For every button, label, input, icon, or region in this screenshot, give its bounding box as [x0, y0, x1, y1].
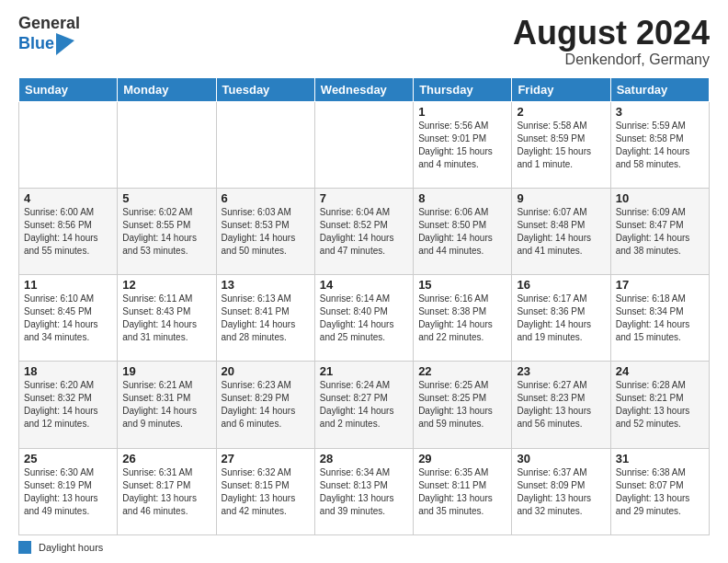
- page: General Blue August 2024 Denkendorf, Ger…: [0, 0, 728, 563]
- day-number: 18: [24, 364, 112, 378]
- day-info: Sunrise: 6:07 AM Sunset: 8:48 PM Dayligh…: [517, 206, 605, 258]
- calendar-cell: 24Sunrise: 6:28 AM Sunset: 8:21 PM Dayli…: [610, 362, 709, 448]
- calendar-cell: [118, 101, 216, 188]
- header-thursday: Thursday: [414, 77, 512, 101]
- day-number: 27: [222, 452, 310, 465]
- day-number: 10: [616, 191, 704, 205]
- week-row-2: 11Sunrise: 6:10 AM Sunset: 8:45 PM Dayli…: [19, 275, 710, 362]
- day-info: Sunrise: 5:59 AM Sunset: 8:58 PM Dayligh…: [616, 120, 704, 171]
- day-info: Sunrise: 6:03 AM Sunset: 8:53 PM Dayligh…: [222, 206, 310, 258]
- day-number: 29: [418, 452, 506, 465]
- header-row: SundayMondayTuesdayWednesdayThursdayFrid…: [19, 77, 710, 101]
- calendar-cell: [314, 101, 413, 188]
- day-number: 4: [24, 191, 112, 205]
- day-number: 11: [24, 278, 112, 292]
- logo-icon: [56, 33, 74, 55]
- header-monday: Monday: [118, 77, 216, 101]
- calendar-cell: 2Sunrise: 5:58 AM Sunset: 8:59 PM Daylig…: [512, 101, 610, 188]
- header: General Blue August 2024 Denkendorf, Ger…: [18, 15, 710, 68]
- calendar-cell: [216, 101, 314, 188]
- day-info: Sunrise: 6:20 AM Sunset: 8:32 PM Dayligh…: [24, 379, 112, 431]
- calendar-cell: 31Sunrise: 6:38 AM Sunset: 8:07 PM Dayli…: [610, 448, 709, 534]
- day-number: 5: [122, 191, 210, 205]
- calendar-cell: 27Sunrise: 6:32 AM Sunset: 8:15 PM Dayli…: [216, 448, 314, 534]
- day-number: 25: [24, 452, 112, 465]
- day-info: Sunrise: 6:04 AM Sunset: 8:52 PM Dayligh…: [320, 206, 408, 258]
- day-number: 16: [517, 278, 605, 292]
- calendar-cell: 18Sunrise: 6:20 AM Sunset: 8:32 PM Dayli…: [19, 362, 118, 448]
- calendar-cell: 9Sunrise: 6:07 AM Sunset: 8:48 PM Daylig…: [512, 188, 610, 274]
- calendar-cell: 11Sunrise: 6:10 AM Sunset: 8:45 PM Dayli…: [19, 275, 118, 362]
- week-row-4: 25Sunrise: 6:30 AM Sunset: 8:19 PM Dayli…: [19, 448, 710, 534]
- week-row-1: 4Sunrise: 6:00 AM Sunset: 8:56 PM Daylig…: [19, 188, 710, 274]
- week-row-0: 1Sunrise: 5:56 AM Sunset: 9:01 PM Daylig…: [19, 101, 710, 188]
- day-info: Sunrise: 6:28 AM Sunset: 8:21 PM Dayligh…: [616, 379, 704, 431]
- calendar-table: SundayMondayTuesdayWednesdayThursdayFrid…: [18, 77, 710, 535]
- day-number: 3: [616, 105, 704, 119]
- day-number: 6: [222, 191, 310, 205]
- day-number: 2: [517, 105, 605, 119]
- day-info: Sunrise: 6:35 AM Sunset: 8:11 PM Dayligh…: [418, 466, 506, 518]
- day-number: 26: [122, 452, 210, 465]
- day-info: Sunrise: 6:34 AM Sunset: 8:13 PM Dayligh…: [320, 466, 408, 518]
- day-number: 9: [517, 191, 605, 205]
- calendar-cell: 8Sunrise: 6:06 AM Sunset: 8:50 PM Daylig…: [414, 188, 512, 274]
- day-info: Sunrise: 6:30 AM Sunset: 8:19 PM Dayligh…: [24, 466, 112, 518]
- calendar-cell: 3Sunrise: 5:59 AM Sunset: 8:58 PM Daylig…: [610, 101, 709, 188]
- calendar-cell: 7Sunrise: 6:04 AM Sunset: 8:52 PM Daylig…: [314, 188, 413, 274]
- calendar-cell: 13Sunrise: 6:13 AM Sunset: 8:41 PM Dayli…: [216, 275, 314, 362]
- calendar-cell: [19, 101, 118, 188]
- day-info: Sunrise: 6:09 AM Sunset: 8:47 PM Dayligh…: [616, 206, 704, 258]
- calendar-cell: 17Sunrise: 6:18 AM Sunset: 8:34 PM Dayli…: [610, 275, 709, 362]
- calendar-cell: 26Sunrise: 6:31 AM Sunset: 8:17 PM Dayli…: [118, 448, 216, 534]
- day-number: 14: [320, 278, 408, 292]
- calendar-cell: 4Sunrise: 6:00 AM Sunset: 8:56 PM Daylig…: [19, 188, 118, 274]
- day-number: 8: [418, 191, 506, 205]
- legend-box: [18, 541, 31, 554]
- day-info: Sunrise: 6:38 AM Sunset: 8:07 PM Dayligh…: [616, 466, 704, 518]
- logo: General Blue: [18, 15, 80, 55]
- day-info: Sunrise: 6:06 AM Sunset: 8:50 PM Dayligh…: [418, 206, 506, 258]
- day-info: Sunrise: 6:24 AM Sunset: 8:27 PM Dayligh…: [320, 379, 408, 431]
- day-info: Sunrise: 5:56 AM Sunset: 9:01 PM Dayligh…: [418, 120, 506, 171]
- calendar-cell: 5Sunrise: 6:02 AM Sunset: 8:55 PM Daylig…: [118, 188, 216, 274]
- header-saturday: Saturday: [610, 77, 709, 101]
- logo-general: General: [18, 15, 80, 33]
- day-info: Sunrise: 6:32 AM Sunset: 8:15 PM Dayligh…: [222, 466, 310, 518]
- header-friday: Friday: [512, 77, 610, 101]
- day-number: 20: [222, 364, 310, 378]
- calendar-cell: 16Sunrise: 6:17 AM Sunset: 8:36 PM Dayli…: [512, 275, 610, 362]
- day-number: 15: [418, 278, 506, 292]
- title-block: August 2024 Denkendorf, Germany: [513, 15, 710, 68]
- day-info: Sunrise: 6:10 AM Sunset: 8:45 PM Dayligh…: [24, 293, 112, 344]
- day-info: Sunrise: 6:14 AM Sunset: 8:40 PM Dayligh…: [320, 293, 408, 344]
- svg-marker-0: [56, 33, 74, 55]
- calendar-cell: 12Sunrise: 6:11 AM Sunset: 8:43 PM Dayli…: [118, 275, 216, 362]
- calendar-cell: 23Sunrise: 6:27 AM Sunset: 8:23 PM Dayli…: [512, 362, 610, 448]
- day-number: 17: [616, 278, 704, 292]
- day-info: Sunrise: 6:11 AM Sunset: 8:43 PM Dayligh…: [122, 293, 210, 344]
- day-number: 23: [517, 364, 605, 378]
- header-sunday: Sunday: [19, 77, 118, 101]
- day-number: 21: [320, 364, 408, 378]
- week-row-3: 18Sunrise: 6:20 AM Sunset: 8:32 PM Dayli…: [19, 362, 710, 448]
- day-info: Sunrise: 6:16 AM Sunset: 8:38 PM Dayligh…: [418, 293, 506, 344]
- day-number: 24: [616, 364, 704, 378]
- calendar-cell: 19Sunrise: 6:21 AM Sunset: 8:31 PM Dayli…: [118, 362, 216, 448]
- calendar-cell: 20Sunrise: 6:23 AM Sunset: 8:29 PM Dayli…: [216, 362, 314, 448]
- day-info: Sunrise: 6:37 AM Sunset: 8:09 PM Dayligh…: [517, 466, 605, 518]
- day-info: Sunrise: 6:17 AM Sunset: 8:36 PM Dayligh…: [517, 293, 605, 344]
- calendar-cell: 14Sunrise: 6:14 AM Sunset: 8:40 PM Dayli…: [314, 275, 413, 362]
- footer: Daylight hours: [18, 541, 710, 554]
- day-info: Sunrise: 6:21 AM Sunset: 8:31 PM Dayligh…: [122, 379, 210, 431]
- header-tuesday: Tuesday: [216, 77, 314, 101]
- day-number: 28: [320, 452, 408, 465]
- day-info: Sunrise: 6:27 AM Sunset: 8:23 PM Dayligh…: [517, 379, 605, 431]
- day-number: 22: [418, 364, 506, 378]
- legend-label: Daylight hours: [39, 542, 103, 553]
- day-info: Sunrise: 6:31 AM Sunset: 8:17 PM Dayligh…: [122, 466, 210, 518]
- calendar-cell: 15Sunrise: 6:16 AM Sunset: 8:38 PM Dayli…: [414, 275, 512, 362]
- day-info: Sunrise: 6:02 AM Sunset: 8:55 PM Dayligh…: [122, 206, 210, 258]
- day-number: 19: [122, 364, 210, 378]
- logo-blue: Blue: [18, 35, 54, 53]
